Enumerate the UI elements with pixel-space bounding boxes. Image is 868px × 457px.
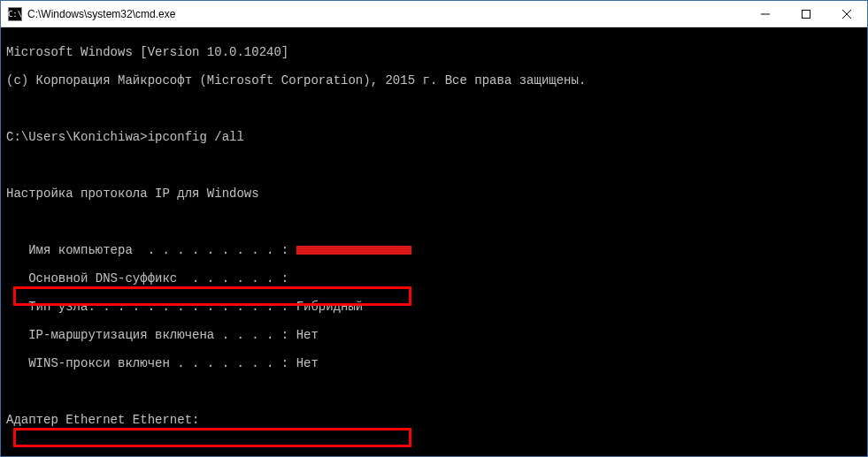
blank-line: [6, 158, 862, 172]
wins-proxy-line: WINS-прокси включен . . . . . . . : Нет: [6, 356, 862, 370]
host-name-label: Имя компьютера . . . . . . . . . :: [6, 243, 296, 257]
copyright-line: (с) Корпорация Майкрософт (Microsoft Cor…: [6, 73, 862, 88]
blank-line: [6, 441, 862, 455]
console-area-wrap: Microsoft Windows [Version 10.0.10240] (…: [1, 27, 867, 456]
ipconfig-header: Настройка протокола IP для Windows: [6, 187, 862, 201]
svg-rect-0: [803, 10, 810, 18]
minimize-button[interactable]: [745, 1, 786, 27]
console-output[interactable]: Microsoft Windows [Version 10.0.10240] (…: [1, 27, 867, 456]
close-button[interactable]: [826, 1, 867, 27]
host-name-line: Имя компьютера . . . . . . . . . :: [6, 243, 862, 257]
prompt-line: C:\Users\Konichiwa>ipconfig /all: [6, 130, 862, 144]
redacted-hostname: [296, 246, 411, 255]
window-title: C:\Windows\system32\cmd.exe: [27, 8, 745, 20]
version-line: Microsoft Windows [Version 10.0.10240]: [6, 45, 862, 59]
primary-dns-suffix-line: Основной DNS-суффикс . . . . . . :: [6, 271, 862, 286]
blank-line: [6, 102, 862, 116]
blank-line: [6, 215, 862, 229]
window-titlebar: C:\ C:\Windows\system32\cmd.exe: [1, 1, 867, 27]
ethernet-adapter-header: Адаптер Ethernet Ethernet:: [6, 413, 862, 427]
maximize-button[interactable]: [786, 1, 826, 27]
node-type-line: Тип узла. . . . . . . . . . . . . : Гибр…: [6, 300, 862, 314]
cmd-icon: C:\: [8, 7, 22, 21]
blank-line: [6, 385, 862, 399]
ip-routing-line: IP-маршрутизация включена . . . . : Нет: [6, 328, 862, 342]
